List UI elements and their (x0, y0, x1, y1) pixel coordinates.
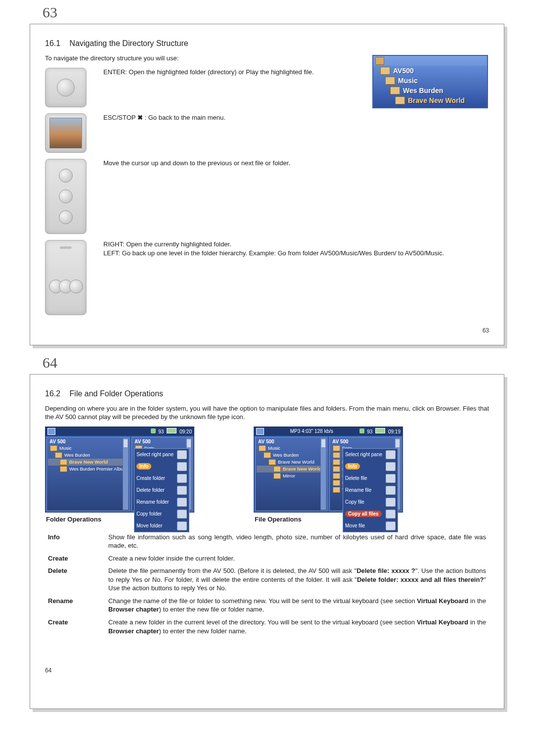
menu-item[interactable]: Copy file (343, 496, 398, 508)
op-name: Info (45, 531, 105, 552)
folder-icon (333, 459, 340, 465)
menu-item[interactable]: Create folder (134, 472, 189, 484)
file-browser: MP3 4:03" 128 kb/s 93 09:19 AV 500 Music… (254, 426, 403, 513)
folder-icon (385, 77, 395, 85)
section-heading-16-1: 16.1 Navigating the Directory Structure (45, 39, 489, 48)
menu-item-icon (177, 510, 187, 519)
menu-item[interactable]: Rename folder (134, 496, 189, 508)
window-icon (375, 57, 384, 65)
folder-icon (268, 459, 276, 465)
left-pane: AV 500 MusicWes BurdenBrave New WorldBra… (255, 437, 327, 511)
op-desc: Delete the file permanently from the AV … (105, 565, 489, 595)
leftright-button-illustration (45, 240, 87, 315)
menu-item[interactable]: Select right pane (134, 449, 189, 461)
page-number-64: 64 (43, 354, 534, 371)
control-updown: Move the cursor up and down to the previ… (45, 159, 489, 234)
folder-icon (333, 445, 340, 451)
intro-text-64: Depending on where you are in the folder… (45, 404, 489, 422)
list-item[interactable]: Brave New World (257, 466, 326, 472)
x-icon: ✖ (137, 114, 143, 121)
menu-item-icon (177, 498, 187, 507)
list-item[interactable]: Wes Burden (257, 452, 326, 459)
page-63: 16.1 Navigating the Directory Structure … (30, 24, 504, 345)
menu-item[interactable]: Delete file (343, 472, 398, 484)
esc-button-illustration (45, 113, 87, 153)
folder-icon (60, 459, 67, 465)
scrollbar[interactable] (320, 438, 326, 510)
path-brave-new-world: Brave New World (373, 95, 487, 105)
folder-icon (333, 487, 340, 493)
leftright-desc: RIGHT: Open the currently highlighted fo… (103, 240, 489, 259)
list-item[interactable]: Brave New World (48, 459, 128, 466)
folder-icon (333, 452, 340, 458)
menu-item-icon (177, 521, 187, 530)
menu-item-icon (386, 521, 396, 530)
menu-item[interactable]: Info (343, 461, 398, 472)
menu-item[interactable]: Select right pane (343, 449, 398, 461)
section-num: 16.2 (45, 389, 60, 398)
folder-icon (333, 480, 340, 486)
enter-button-illustration (45, 68, 87, 107)
list-item[interactable]: Brave New World (257, 459, 326, 466)
battery-icon (375, 428, 385, 433)
page-footer-64: 64 (45, 667, 489, 674)
menu-item[interactable]: Rename file (343, 484, 398, 496)
op-desc: Change the name of the file or folder to… (105, 595, 489, 616)
op-desc: Create a new folder inside the current f… (105, 552, 489, 565)
operations-table: InfoShow file information such as song l… (45, 531, 489, 637)
menu-item[interactable]: Move file (343, 520, 398, 532)
table-row: DeleteDelete the file permanently from t… (45, 565, 489, 595)
menu-item-icon (386, 450, 396, 459)
scrollbar[interactable] (123, 438, 129, 510)
menu-item[interactable]: Info (134, 461, 189, 472)
folder-browser: 93 09:20 AV 500 MusicWes BurdenBrave New… (45, 426, 194, 513)
menu-item[interactable]: Delete folder (134, 484, 189, 496)
list-item[interactable]: Mirror (257, 472, 326, 479)
path-av500: AV500 (373, 66, 487, 76)
folder-icon (380, 67, 390, 75)
folder-icon (55, 452, 62, 458)
menu-item-icon (386, 510, 396, 519)
folder-icon (273, 466, 281, 472)
menu-item-icon (386, 486, 396, 495)
section-heading-16-2: 16.2 File and Folder Operations (45, 389, 489, 398)
enter-desc: ENTER: Open the highlighted folder (dire… (103, 68, 316, 77)
menu-item-icon (386, 462, 396, 471)
table-row: InfoShow file information such as song l… (45, 531, 489, 552)
list-item[interactable]: Music (257, 445, 326, 452)
menu-item-icon (177, 450, 187, 459)
pane-header: AV 500 (257, 438, 326, 445)
list-item[interactable]: Wes Burden Premier Album (48, 466, 128, 472)
section-title: File and Folder Operations (70, 389, 163, 398)
menu-item-icon (177, 462, 187, 471)
op-name: Create (45, 616, 105, 637)
folder-icon (333, 466, 340, 472)
op-desc: Create a new folder in the current level… (105, 616, 489, 637)
table-row: CreateCreate a new folder inside the cur… (45, 552, 489, 565)
folder-context-menu: Select right paneInfoCreate folderDelete… (134, 448, 189, 532)
titlebar: MP3 4:03" 128 kb/s 93 09:19 (254, 427, 402, 436)
updown-button-illustration (45, 159, 87, 234)
folder-icon (395, 96, 405, 104)
clock: 09:20 (179, 429, 192, 434)
list-item[interactable]: Music (48, 445, 128, 452)
menu-item[interactable]: Move folder (134, 520, 189, 532)
updown-desc: Move the cursor up and down to the previ… (103, 159, 489, 168)
menu-item[interactable]: Copy folder (134, 508, 189, 520)
window-icon (47, 428, 55, 435)
list-item[interactable]: Wes Burden (48, 452, 128, 459)
op-name: Rename (45, 595, 105, 616)
headphone-icon (151, 428, 156, 433)
pane-header: AV 500 (48, 438, 128, 445)
control-esc: ESC/STOP ✖ : Go back to the main menu. (45, 113, 365, 153)
menu-item-icon (386, 498, 396, 507)
section-num: 16.1 (45, 39, 60, 47)
table-row: RenameChange the name of the file or fol… (45, 595, 489, 616)
path-music: Music (373, 76, 487, 86)
file-browser-block: MP3 4:03" 128 kb/s 93 09:19 AV 500 Music… (254, 426, 403, 528)
menu-item[interactable]: Copy all files (343, 508, 398, 520)
battery-pct: 93 (158, 429, 164, 434)
battery-pct: 93 (367, 429, 372, 434)
folder-icon (60, 466, 67, 472)
folder-browser-block: 93 09:20 AV 500 MusicWes BurdenBrave New… (45, 426, 194, 528)
